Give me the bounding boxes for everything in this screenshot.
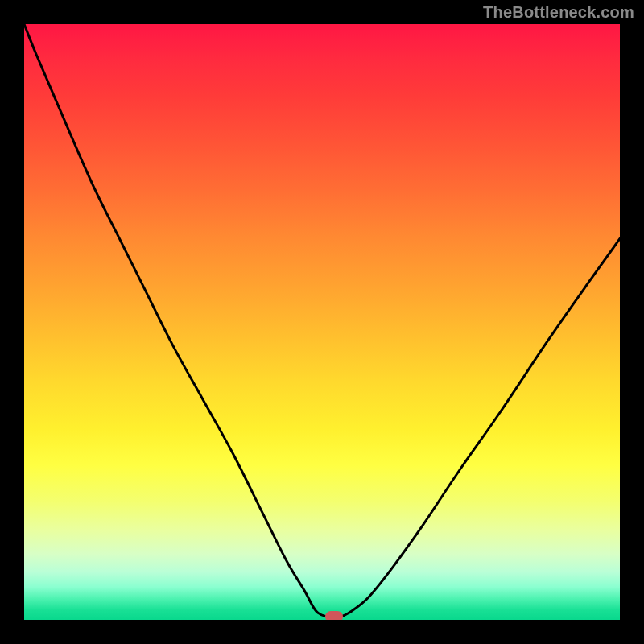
chart-frame: TheBottleneck.com [0,0,644,644]
plot-area [24,24,620,620]
curve-path [24,24,620,617]
optimal-marker [325,611,343,620]
attribution-watermark: TheBottleneck.com [483,3,634,22]
bottleneck-curve [24,24,620,620]
